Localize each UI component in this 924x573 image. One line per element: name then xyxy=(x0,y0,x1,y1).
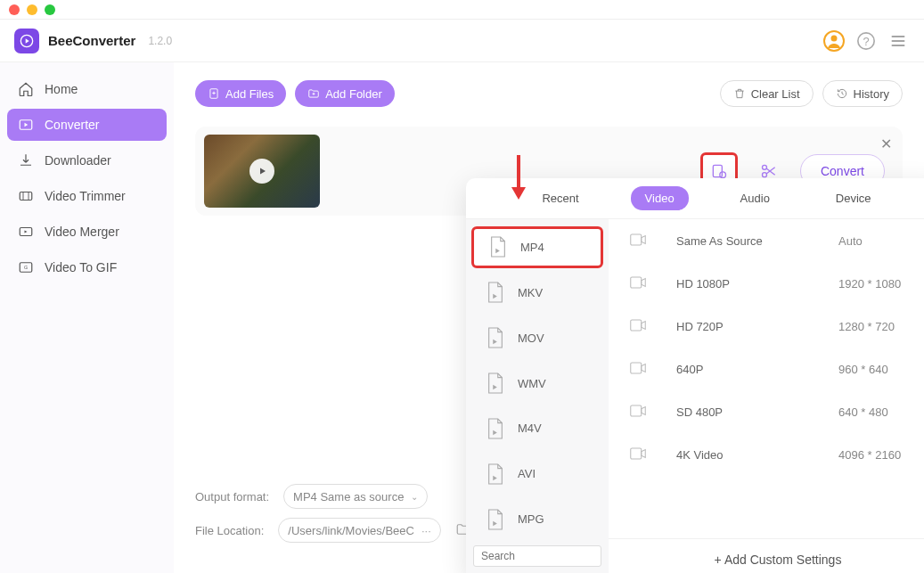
help-icon[interactable]: ? xyxy=(854,29,878,53)
format-item-mpg[interactable]: MPG xyxy=(471,498,603,540)
menu-icon[interactable] xyxy=(887,29,910,53)
svg-text:?: ? xyxy=(863,34,869,47)
folder-plus-icon xyxy=(307,87,320,100)
video-icon xyxy=(630,362,648,377)
video-icon xyxy=(630,276,648,291)
gif-icon: G xyxy=(18,259,34,275)
file-icon xyxy=(486,508,505,531)
video-icon xyxy=(630,447,648,462)
output-format-label: Output format: xyxy=(195,490,269,503)
sidebar-item-downloader[interactable]: Downloader xyxy=(7,144,167,176)
sidebar-item-label: Video To GIF xyxy=(45,260,117,274)
format-settings-icon xyxy=(710,162,728,180)
tab-video[interactable]: Video xyxy=(631,186,689,210)
svg-rect-16 xyxy=(631,277,642,288)
window-zoom-button[interactable] xyxy=(45,4,55,15)
app-version: 1.2.0 xyxy=(148,35,172,47)
svg-rect-19 xyxy=(631,405,642,416)
sidebar-item-gif[interactable]: G Video To GIF xyxy=(7,251,167,283)
merger-icon xyxy=(18,224,34,240)
sidebar-item-label: Video Trimmer xyxy=(45,189,126,203)
window-close-button[interactable] xyxy=(9,4,20,15)
sidebar-item-converter[interactable]: Converter xyxy=(7,109,167,141)
svg-rect-15 xyxy=(631,234,642,245)
add-folder-button[interactable]: Add Folder xyxy=(295,80,395,107)
format-item-avi[interactable]: AVI xyxy=(471,453,603,495)
sidebar-item-trimmer[interactable]: Video Trimmer xyxy=(7,180,167,212)
format-item-mp4[interactable]: MP4 xyxy=(471,226,603,268)
resolution-item[interactable]: HD 720P 1280 * 720 xyxy=(609,305,924,348)
remove-file-button[interactable]: ✕ xyxy=(880,135,892,152)
format-list: MP4 MKV MOV WMV xyxy=(466,219,609,573)
window-minimize-button[interactable] xyxy=(27,4,37,15)
app-name: BeeConverter xyxy=(48,33,135,48)
svg-rect-6 xyxy=(20,192,32,201)
file-plus-icon xyxy=(208,87,220,100)
file-icon xyxy=(486,462,505,486)
window-titlebar xyxy=(0,0,924,20)
sidebar-item-label: Converter xyxy=(45,118,99,132)
svg-rect-11 xyxy=(713,165,722,176)
popover-tabs: Recent Video Audio Device xyxy=(466,178,924,219)
resolution-item[interactable]: SD 480P 640 * 480 xyxy=(609,390,924,433)
svg-text:G: G xyxy=(24,265,28,270)
sidebar-item-home[interactable]: Home xyxy=(7,73,167,105)
app-header: BeeConverter 1.2.0 ? xyxy=(0,20,924,62)
file-icon xyxy=(488,235,508,258)
sidebar-item-label: Home xyxy=(45,82,78,96)
tab-audio[interactable]: Audio xyxy=(726,186,784,210)
account-icon[interactable] xyxy=(822,29,846,53)
file-location-field[interactable]: /Users/link/Movies/BeeC ··· xyxy=(278,518,440,543)
video-icon xyxy=(630,319,648,334)
trash-icon xyxy=(733,87,746,100)
resolution-list: Same As Source Auto HD 1080P 1920 * 1080… xyxy=(609,219,924,573)
history-icon xyxy=(836,87,848,100)
file-icon xyxy=(486,326,505,349)
format-item-wmv[interactable]: WMV xyxy=(471,363,603,405)
sidebar-item-merger[interactable]: Video Merger xyxy=(7,216,167,248)
format-item-mkv[interactable]: MKV xyxy=(471,272,603,314)
sidebar-item-label: Downloader xyxy=(45,153,111,168)
format-popover: Recent Video Audio Device MP4 MKV xyxy=(466,178,924,573)
sidebar-item-label: Video Merger xyxy=(45,225,119,239)
file-location-label: File Location: xyxy=(195,524,264,537)
svg-rect-18 xyxy=(631,363,642,373)
sidebar: Home Converter Downloader Video Trimmer … xyxy=(0,62,174,573)
file-icon xyxy=(486,372,505,395)
chevron-down-icon: ⌄ xyxy=(411,492,418,502)
history-button[interactable]: History xyxy=(822,80,903,107)
file-icon xyxy=(486,281,505,304)
add-custom-settings-button[interactable]: + Add Custom Settings xyxy=(609,538,924,573)
download-icon xyxy=(18,152,34,168)
scissors-icon xyxy=(760,162,778,180)
format-item-mov[interactable]: MOV xyxy=(471,317,603,359)
resolution-item[interactable]: Same As Source Auto xyxy=(609,219,924,262)
file-icon xyxy=(486,417,505,440)
add-files-button[interactable]: Add Files xyxy=(195,80,286,107)
format-search-input[interactable] xyxy=(473,545,601,567)
trimmer-icon xyxy=(18,188,34,204)
svg-point-12 xyxy=(720,172,726,178)
video-icon xyxy=(630,405,648,420)
clear-list-button[interactable]: Clear List xyxy=(720,80,814,107)
converter-icon xyxy=(18,117,34,133)
content-toolbar: Add Files Add Folder Clear List History xyxy=(195,80,903,107)
video-thumbnail[interactable] xyxy=(204,135,320,208)
app-logo xyxy=(14,29,39,53)
svg-rect-17 xyxy=(631,320,642,331)
svg-rect-20 xyxy=(631,448,642,459)
tab-recent[interactable]: Recent xyxy=(527,186,593,210)
resolution-item[interactable]: HD 1080P 1920 * 1080 xyxy=(609,262,924,305)
output-format-select[interactable]: MP4 Same as source ⌄ xyxy=(283,484,428,509)
tab-device[interactable]: Device xyxy=(822,186,886,210)
video-icon xyxy=(630,233,648,249)
format-item-m4v[interactable]: M4V xyxy=(471,408,603,450)
resolution-item[interactable]: 640P 960 * 640 xyxy=(609,348,924,390)
home-icon xyxy=(18,81,34,97)
content-area: Add Files Add Folder Clear List History … xyxy=(174,62,924,573)
svg-point-2 xyxy=(831,35,838,41)
play-icon xyxy=(249,159,274,184)
annotation-arrow-icon xyxy=(508,153,529,207)
resolution-item[interactable]: 4K Video 4096 * 2160 xyxy=(609,433,924,476)
